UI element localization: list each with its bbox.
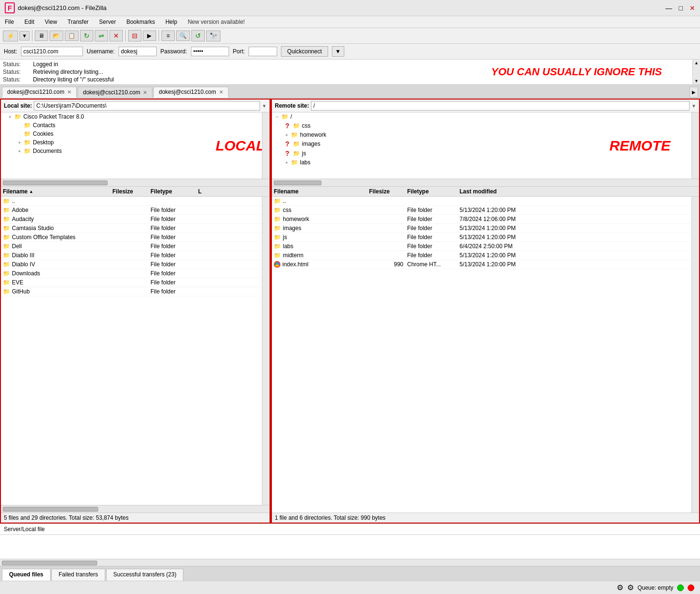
- local-tree-item-cookies[interactable]: 📁 Cookies: [1, 130, 270, 138]
- toolbar-dropdown[interactable]: ▼: [20, 31, 30, 40]
- minimize-button[interactable]: —: [666, 4, 672, 12]
- local-col-l[interactable]: L: [198, 188, 268, 195]
- menu-help[interactable]: Help: [163, 18, 179, 26]
- local-file-row-eve[interactable]: 📁 EVE File folder: [1, 278, 270, 287]
- session-tab-3-close[interactable]: ✕: [219, 89, 223, 95]
- remote-file-row-css[interactable]: 📁 css File folder 5/13/2024 1:20:00 PM: [272, 206, 699, 215]
- site-manager-button[interactable]: ⚡: [3, 30, 18, 41]
- remote-tree-item-homework[interactable]: + 📁 homework: [272, 131, 699, 139]
- binoculars-button[interactable]: 🔭: [206, 30, 220, 41]
- toggle-remote-tree[interactable]: 📂: [50, 30, 63, 41]
- search-button[interactable]: 🔍: [176, 30, 190, 41]
- sync-button[interactable]: ⇌: [95, 30, 108, 41]
- local-list-hscroll[interactable]: [1, 505, 270, 513]
- session-tab-2[interactable]: dokesj@csci1210.com ✕: [78, 87, 152, 98]
- maximize-button[interactable]: □: [679, 4, 683, 12]
- toggle-log[interactable]: 📋: [65, 30, 79, 41]
- local-tree-item-contacts[interactable]: 📁 Contacts: [1, 121, 270, 130]
- remote-tree-hscroll[interactable]: [272, 179, 699, 187]
- remote-list-vscroll[interactable]: [691, 197, 699, 513]
- local-file-row-dell[interactable]: 📁 Dell File folder: [1, 242, 270, 251]
- bottom-tab-queued[interactable]: Queued files: [2, 569, 50, 581]
- reconnect-button[interactable]: ↺: [191, 30, 205, 41]
- host-input[interactable]: [21, 47, 83, 56]
- port-input[interactable]: [249, 47, 277, 56]
- folder-icon-homework: 📁: [291, 131, 298, 138]
- local-tree-vscroll[interactable]: [262, 112, 270, 179]
- bottom-tab-failed[interactable]: Failed transfers: [51, 569, 105, 581]
- tabs-scroll-right-icon[interactable]: ▶: [692, 90, 696, 95]
- local-tree-hscroll[interactable]: [1, 179, 270, 187]
- quickconnect-dropdown-button[interactable]: ▼: [332, 46, 344, 57]
- remote-tree-item-js[interactable]: ? 📁 js: [272, 149, 699, 158]
- close-button[interactable]: ✕: [690, 4, 695, 12]
- dell-label: Dell: [12, 243, 22, 250]
- local-file-row-github[interactable]: 📁 GitHub File folder: [1, 287, 270, 296]
- remote-tree-vscroll[interactable]: [691, 112, 699, 179]
- session-tab-1[interactable]: dokesj@csci1210.com ✕: [2, 87, 77, 98]
- scroll-up-icon[interactable]: ▲: [694, 60, 699, 65]
- filter-button[interactable]: ≡: [161, 30, 175, 41]
- cancel-button[interactable]: ✕: [110, 30, 123, 41]
- local-tree-item-documents[interactable]: + 📁 Documents: [1, 147, 270, 155]
- refresh-button[interactable]: ↻: [80, 30, 93, 41]
- menu-transfer[interactable]: Transfer: [66, 18, 90, 26]
- remote-tree-item-css[interactable]: ? 📁 css: [272, 121, 699, 131]
- local-site-path[interactable]: [34, 101, 260, 111]
- local-file-row-downloads[interactable]: 📁 Downloads File folder: [1, 269, 270, 278]
- local-file-row-audacity[interactable]: 📁 Audacity File folder: [1, 215, 270, 224]
- local-col-filesize[interactable]: Filesize: [112, 188, 150, 195]
- remote-tree-item-labs[interactable]: + 📁 labs: [272, 158, 699, 167]
- remote-tree-item-root[interactable]: − 📁 /: [272, 112, 699, 121]
- local-tree-item-desktop[interactable]: + 📁 Desktop: [1, 138, 270, 147]
- remote-file-row-images[interactable]: 📁 images File folder 5/13/2024 1:20:00 P…: [272, 224, 699, 233]
- remote-file-row-js[interactable]: 📁 js File folder 5/13/2024 1:20:00 PM: [272, 233, 699, 242]
- menu-edit[interactable]: Edit: [22, 18, 36, 26]
- menu-bookmarks[interactable]: Bookmarks: [124, 18, 157, 26]
- folder-icon-remote-midterm: 📁: [274, 252, 281, 259]
- remote-col-modified[interactable]: Last modified: [460, 188, 697, 195]
- queue-icon-1: ⚙: [617, 583, 623, 592]
- toolbar: ⚡ ▼ 🖥 📂 📋 ↻ ⇌ ✕ ⊟ ▶ ≡ 🔍 ↺ 🔭: [0, 28, 700, 44]
- local-file-row-adobe[interactable]: 📁 Adobe File folder: [1, 206, 270, 215]
- local-file-row-diablo3[interactable]: 📁 Diablo III File folder: [1, 251, 270, 260]
- folder-icon-remote-dotdot: 📁: [274, 198, 281, 204]
- remote-scroll-v-icon[interactable]: ▼: [691, 103, 696, 109]
- remote-col-filename[interactable]: Filename: [274, 188, 369, 195]
- quickconnect-button[interactable]: Quickconnect: [281, 46, 328, 57]
- local-list-vscroll[interactable]: [262, 197, 270, 505]
- stop-queue-button[interactable]: ⊟: [128, 30, 141, 41]
- menu-server[interactable]: Server: [97, 18, 118, 26]
- password-input[interactable]: [191, 47, 229, 56]
- diablo3-label: Diablo III: [12, 252, 34, 259]
- scroll-down-icon[interactable]: ▼: [694, 79, 699, 83]
- remote-tree-item-images[interactable]: ? 📁 images: [272, 139, 699, 149]
- session-tab-2-close[interactable]: ✕: [143, 90, 147, 96]
- username-input[interactable]: [119, 47, 157, 56]
- remote-file-row-midterm[interactable]: 📁 midterm File folder 5/13/2024 1:20:00 …: [272, 251, 699, 260]
- h-scrollbar[interactable]: [0, 559, 700, 566]
- toggle-local-tree[interactable]: 🖥: [35, 30, 48, 41]
- successful-tab-label: Successful transfers (23): [113, 571, 177, 578]
- remote-site-path[interactable]: [311, 101, 690, 111]
- local-col-filetype[interactable]: Filetype: [150, 188, 198, 195]
- remote-col-filesize[interactable]: Filesize: [369, 188, 407, 195]
- remote-file-row-dotdot[interactable]: 📁 ..: [272, 197, 699, 206]
- menu-view[interactable]: View: [43, 18, 59, 26]
- bottom-tab-successful[interactable]: Successful transfers (23): [106, 569, 184, 581]
- process-queue-button[interactable]: ▶: [143, 30, 156, 41]
- local-col-filename[interactable]: Filename ▲: [3, 188, 112, 195]
- session-tab-1-close[interactable]: ✕: [67, 89, 71, 95]
- session-tab-3[interactable]: dokesj@csci1210.com ✕: [153, 87, 228, 98]
- local-site-scroll-icon[interactable]: ▼: [262, 103, 267, 109]
- remote-file-row-homework[interactable]: 📁 homework File folder 7/8/2024 12:06:00…: [272, 215, 699, 224]
- menu-file[interactable]: File: [3, 18, 16, 26]
- remote-col-filetype[interactable]: Filetype: [407, 188, 460, 195]
- local-file-row-dotdot[interactable]: 📁 ..: [1, 197, 270, 206]
- local-file-row-custom-office[interactable]: 📁 Custom Office Templates File folder: [1, 233, 270, 242]
- local-file-row-diablo4[interactable]: 📁 Diablo IV File folder: [1, 260, 270, 269]
- local-tree-item-cisco[interactable]: + 📁 Cisco Packet Tracer 8.0: [1, 112, 270, 121]
- local-file-row-camtasia[interactable]: 📁 Camtasia Studio File folder: [1, 224, 270, 233]
- remote-file-row-index[interactable]: index.html 990 Chrome HT... 5/13/2024 1:…: [272, 260, 699, 269]
- remote-file-row-labs[interactable]: 📁 labs File folder 6/4/2024 2:50:00 PM: [272, 242, 699, 251]
